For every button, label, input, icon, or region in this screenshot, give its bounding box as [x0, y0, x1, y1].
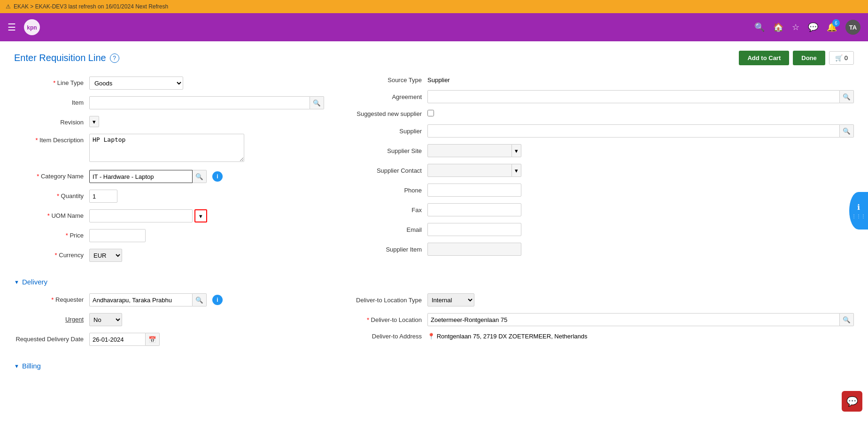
app-header: ☰ kpn 🔍 🏠 ☆ 💬 🔔 6 TA — [0, 13, 868, 41]
add-to-cart-button[interactable]: Add to Cart — [739, 51, 789, 65]
delivery-section-header[interactable]: Delivery — [14, 278, 854, 286]
category-name-input[interactable] — [89, 170, 193, 183]
item-label: Item — [14, 96, 89, 106]
supplier-site-dropdown-button[interactable]: ▾ — [512, 144, 521, 157]
deliver-location-type-label: Deliver-to Location Type — [343, 297, 427, 304]
uom-dropdown-button[interactable]: ▾ — [194, 209, 207, 222]
quantity-input[interactable] — [89, 190, 117, 203]
avatar[interactable]: TA — [845, 20, 860, 35]
item-description-row: Item Description HP Laptop — [14, 134, 324, 163]
phone-label: Phone — [343, 187, 427, 194]
supplier-site-input[interactable] — [427, 144, 512, 157]
deliver-location-row: Deliver-to Location 🔍 — [343, 313, 854, 326]
floating-info-icon: ℹ — [857, 203, 860, 212]
notification-badge-container[interactable]: 🔔 6 — [827, 22, 837, 32]
supplier-input[interactable] — [427, 124, 840, 138]
price-input[interactable] — [89, 229, 146, 242]
home-icon[interactable]: 🏠 — [773, 22, 783, 32]
category-search-button[interactable]: 🔍 — [193, 170, 207, 183]
message-icon[interactable]: 💬 — [808, 22, 818, 32]
form-right: Source Type Supplier Agreement 🔍 Suggest… — [343, 77, 854, 268]
category-info-button[interactable]: i — [212, 171, 223, 182]
deliver-location-search-button[interactable]: 🔍 — [840, 313, 854, 326]
revision-row: Revision ▾ — [14, 116, 324, 127]
supplier-contact-label: Supplier Contact — [343, 167, 427, 174]
cart-count: 0 — [845, 54, 848, 61]
fax-label: Fax — [343, 207, 427, 214]
done-button[interactable]: Done — [793, 51, 825, 65]
email-input[interactable] — [427, 223, 521, 236]
source-type-row: Source Type Supplier — [343, 77, 854, 84]
uom-name-row: UOM Name ▾ — [14, 209, 324, 222]
deliver-location-input[interactable] — [427, 313, 840, 326]
deliver-address-label: Deliver-to Address — [343, 333, 427, 340]
requester-search-button[interactable]: 🔍 — [193, 293, 207, 306]
source-type-label: Source Type — [343, 77, 427, 84]
date-container: 📅 — [89, 333, 324, 346]
supplier-item-label: Supplier Item — [343, 246, 427, 253]
deliver-address-icon: 📍 — [427, 333, 435, 340]
delivery-form-left: Requester 🔍 i Urgent No — [14, 293, 324, 352]
agreement-field: 🔍 — [427, 90, 854, 103]
supplier-contact-input[interactable] — [427, 164, 512, 177]
uom-name-input[interactable] — [89, 209, 193, 222]
supplier-item-row: Supplier Item — [343, 243, 854, 256]
requester-info-button[interactable]: i — [212, 295, 223, 305]
date-picker-button[interactable]: 📅 — [146, 333, 160, 346]
category-name-container: 🔍 i — [89, 170, 324, 183]
supplier-search-button[interactable]: 🔍 — [840, 124, 854, 138]
requester-input[interactable] — [89, 293, 193, 306]
agreement-search-button[interactable]: 🔍 — [840, 90, 854, 103]
deliver-location-type-select[interactable]: Internal — [427, 293, 474, 306]
quantity-label: Quantity — [14, 190, 89, 199]
svg-text:kpn: kpn — [27, 24, 37, 31]
currency-field: EUR — [89, 249, 324, 262]
form-left: Line Type Goods Item 🔍 — [14, 77, 324, 268]
uom-name-label: UOM Name — [14, 209, 89, 219]
category-name-label: Category Name — [14, 170, 89, 180]
item-description-label: Item Description — [14, 134, 89, 144]
urgent-field: No Yes — [89, 313, 324, 326]
supplier-item-input[interactable] — [427, 243, 521, 256]
item-description-textarea[interactable]: HP Laptop — [89, 134, 244, 162]
agreement-input[interactable] — [427, 90, 840, 103]
deliver-location-field: 🔍 — [427, 313, 854, 326]
fax-field — [427, 203, 854, 216]
supplier-contact-container: ▾ — [427, 164, 854, 177]
cart-button[interactable]: 🛒 0 — [829, 51, 854, 65]
urgent-label: Urgent — [14, 313, 89, 323]
phone-row: Phone — [343, 184, 854, 197]
billing-section-header[interactable]: Billing — [14, 362, 854, 370]
hamburger-icon[interactable]: ☰ — [8, 22, 16, 33]
search-icon[interactable]: 🔍 — [754, 22, 765, 32]
deliver-address-value: Rontgenlaan 75, 2719 DX ZOETERMEER, Neth… — [437, 333, 588, 340]
floating-dots-icon: ⋮⋮⋮ — [852, 214, 866, 219]
category-name-field: 🔍 i — [89, 170, 324, 183]
star-icon[interactable]: ☆ — [792, 22, 799, 32]
quantity-field — [89, 190, 324, 203]
currency-select[interactable]: EUR — [89, 249, 122, 262]
item-input-container: 🔍 — [89, 96, 324, 109]
notification-count: 6 — [832, 19, 840, 27]
urgent-select[interactable]: No Yes — [89, 313, 122, 326]
line-type-select[interactable]: Goods — [89, 77, 183, 90]
requested-delivery-date-input[interactable] — [89, 333, 146, 346]
revision-dropdown-button[interactable]: ▾ — [89, 116, 99, 127]
help-icon[interactable]: ? — [110, 54, 119, 63]
fax-input[interactable] — [427, 203, 521, 216]
agreement-input-container: 🔍 — [427, 90, 854, 103]
item-search-button[interactable]: 🔍 — [310, 96, 324, 109]
item-input[interactable] — [89, 96, 310, 109]
requester-row: Requester 🔍 i — [14, 293, 324, 306]
header-right: 🔍 🏠 ☆ 💬 🔔 6 TA — [754, 20, 860, 35]
main-content: Enter Requisition Line ? Add to Cart Don… — [0, 41, 868, 421]
floating-chat-button[interactable]: 💬 — [842, 391, 862, 412]
requester-input-wrapper: 🔍 — [89, 293, 207, 306]
floating-info-button[interactable]: ℹ ⋮⋮⋮ — [849, 192, 868, 230]
suggested-supplier-checkbox[interactable] — [427, 110, 434, 116]
deliver-address-row: Deliver-to Address 📍 Rontgenlaan 75, 271… — [343, 333, 854, 340]
supplier-contact-dropdown-button[interactable]: ▾ — [512, 164, 521, 177]
page-header: Enter Requisition Line ? Add to Cart Don… — [14, 51, 854, 65]
phone-input[interactable] — [427, 184, 521, 197]
deliver-location-container: 🔍 — [427, 313, 854, 326]
